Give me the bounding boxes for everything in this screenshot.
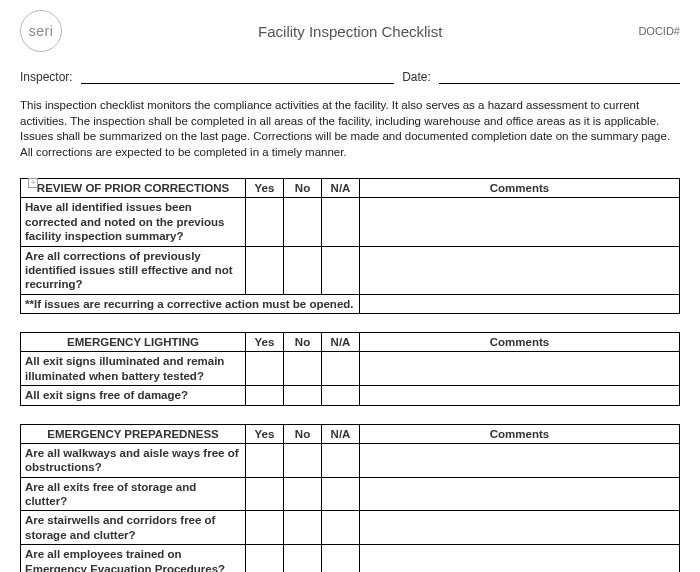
table-row: Have all identified issues been correcte… (21, 198, 680, 246)
table-row: All exit signs free of damage? (21, 386, 680, 405)
no-cell[interactable] (284, 386, 322, 405)
inspector-input-line[interactable] (81, 68, 394, 84)
yes-cell[interactable] (246, 352, 284, 386)
logo-text: seri (29, 23, 54, 39)
table-row: All exit signs illuminated and remain il… (21, 352, 680, 386)
date-label: Date: (402, 70, 431, 84)
table-note-row: **If issues are recurring a corrective a… (21, 294, 680, 313)
na-cell[interactable] (322, 352, 360, 386)
section-title: REVIEW OF PRIOR CORRECTIONS (21, 179, 246, 198)
col-no: No (284, 424, 322, 443)
table-row: Are all employees trained on Emergency E… (21, 545, 680, 572)
col-na: N/A (322, 179, 360, 198)
yes-cell[interactable] (246, 386, 284, 405)
table-emergency-lighting: EMERGENCY LIGHTING Yes No N/A Comments A… (20, 332, 680, 406)
na-cell[interactable] (322, 386, 360, 405)
na-cell[interactable] (322, 545, 360, 572)
no-cell[interactable] (284, 511, 322, 545)
note-comments-cell (360, 294, 680, 313)
na-cell[interactable] (322, 511, 360, 545)
table-anchor-icon: + (28, 178, 38, 188)
comments-cell[interactable] (360, 198, 680, 246)
logo: seri (20, 10, 62, 52)
comments-cell[interactable] (360, 545, 680, 572)
table-emergency-preparedness: EMERGENCY PREPAREDNESS Yes No N/A Commen… (20, 424, 680, 572)
no-cell[interactable] (284, 246, 322, 294)
header: seri Facility Inspection Checklist DOCID… (20, 10, 680, 52)
inspector-label: Inspector: (20, 70, 73, 84)
no-cell[interactable] (284, 443, 322, 477)
col-yes: Yes (246, 333, 284, 352)
no-cell[interactable] (284, 352, 322, 386)
comments-cell[interactable] (360, 477, 680, 511)
comments-cell[interactable] (360, 511, 680, 545)
col-no: No (284, 179, 322, 198)
intro-text: This inspection checklist monitors the c… (20, 98, 680, 160)
section-title: EMERGENCY LIGHTING (21, 333, 246, 352)
note-cell: **If issues are recurring a corrective a… (21, 294, 360, 313)
table-review-prior-corrections: REVIEW OF PRIOR CORRECTIONS Yes No N/A C… (20, 178, 680, 314)
col-comments: Comments (360, 179, 680, 198)
na-cell[interactable] (322, 198, 360, 246)
col-no: No (284, 333, 322, 352)
col-comments: Comments (360, 333, 680, 352)
na-cell[interactable] (322, 443, 360, 477)
comments-cell[interactable] (360, 246, 680, 294)
date-input-line[interactable] (439, 68, 680, 84)
page-title: Facility Inspection Checklist (258, 23, 442, 40)
table-header-row: REVIEW OF PRIOR CORRECTIONS Yes No N/A C… (21, 179, 680, 198)
yes-cell[interactable] (246, 198, 284, 246)
question-cell: Are all exits free of storage and clutte… (21, 477, 246, 511)
no-cell[interactable] (284, 198, 322, 246)
table-row: Are all exits free of storage and clutte… (21, 477, 680, 511)
col-na: N/A (322, 333, 360, 352)
col-comments: Comments (360, 424, 680, 443)
table-header-row: EMERGENCY LIGHTING Yes No N/A Comments (21, 333, 680, 352)
yes-cell[interactable] (246, 246, 284, 294)
na-cell[interactable] (322, 477, 360, 511)
table-header-row: EMERGENCY PREPAREDNESS Yes No N/A Commen… (21, 424, 680, 443)
table-row: Are all walkways and aisle ways free of … (21, 443, 680, 477)
question-cell: Are all employees trained on Emergency E… (21, 545, 246, 572)
question-cell: All exit signs free of damage? (21, 386, 246, 405)
table-row: Are all corrections of previously identi… (21, 246, 680, 294)
question-cell: Are stairwells and corridors free of sto… (21, 511, 246, 545)
table-row: Are stairwells and corridors free of sto… (21, 511, 680, 545)
question-cell: Are all corrections of previously identi… (21, 246, 246, 294)
col-yes: Yes (246, 179, 284, 198)
question-cell: Have all identified issues been correcte… (21, 198, 246, 246)
col-yes: Yes (246, 424, 284, 443)
docid-label: DOCID# (638, 25, 680, 37)
comments-cell[interactable] (360, 443, 680, 477)
no-cell[interactable] (284, 477, 322, 511)
na-cell[interactable] (322, 246, 360, 294)
comments-cell[interactable] (360, 352, 680, 386)
yes-cell[interactable] (246, 443, 284, 477)
yes-cell[interactable] (246, 545, 284, 572)
no-cell[interactable] (284, 545, 322, 572)
col-na: N/A (322, 424, 360, 443)
question-cell: Are all walkways and aisle ways free of … (21, 443, 246, 477)
yes-cell[interactable] (246, 477, 284, 511)
question-cell: All exit signs illuminated and remain il… (21, 352, 246, 386)
comments-cell[interactable] (360, 386, 680, 405)
form-fields: Inspector: Date: (20, 68, 680, 84)
yes-cell[interactable] (246, 511, 284, 545)
section-title: EMERGENCY PREPAREDNESS (21, 424, 246, 443)
